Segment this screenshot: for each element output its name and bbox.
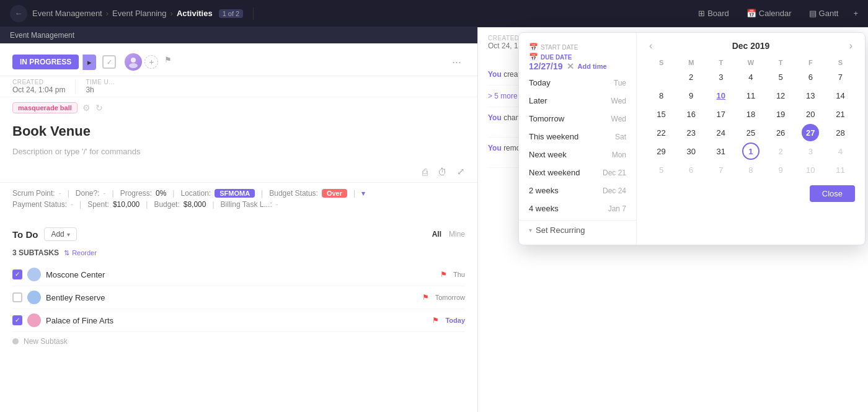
tab-calendar[interactable]: 📅 Calendar <box>742 6 797 20</box>
task-complete-checkbox[interactable]: ✓ <box>102 55 116 69</box>
tab-board[interactable]: ⊞ Board <box>693 6 734 20</box>
status-button[interactable]: IN PROGRESS <box>12 55 79 69</box>
cal-day-27[interactable]: 27 <box>802 124 819 141</box>
quick-date-4weeks[interactable]: 4 weeks Jan 7 <box>519 199 636 217</box>
add-assignee-button[interactable]: + <box>144 55 158 69</box>
refresh-icon[interactable]: ↻ <box>95 103 103 113</box>
location-badge[interactable]: SFMOMA <box>215 189 255 198</box>
set-recurring-button[interactable]: ▾ Set Recurring <box>519 220 636 240</box>
cal-day-14[interactable]: 14 <box>831 87 849 104</box>
calendar-week-2: 8 9 10 11 12 13 14 <box>647 86 855 105</box>
cal-day-9-jan[interactable]: 9 <box>772 161 789 178</box>
expand-icon[interactable]: ⤢ <box>457 166 465 177</box>
cal-day-18[interactable]: 18 <box>742 105 760 123</box>
subtask-check-moscone[interactable] <box>12 270 22 279</box>
cal-day-11-jan[interactable]: 11 <box>831 161 849 178</box>
cal-day-22[interactable]: 22 <box>653 124 670 141</box>
cal-day-5[interactable]: 5 <box>772 68 789 85</box>
subtask-check-palace[interactable] <box>12 315 22 325</box>
cal-day-12[interactable]: 12 <box>772 87 789 104</box>
add-button[interactable]: Add ▾ <box>44 227 76 241</box>
breadcrumb-activities[interactable]: Activities <box>177 9 213 18</box>
cal-day-8[interactable]: 8 <box>653 87 670 104</box>
quick-date-today[interactable]: Today Tue <box>519 74 636 92</box>
back-button[interactable]: ← <box>10 5 27 22</box>
cal-day-2-jan[interactable]: 2 <box>772 142 789 160</box>
todo-filters: All Mine <box>432 230 465 239</box>
cal-day-30[interactable]: 30 <box>683 142 700 160</box>
subtask-name-bentley[interactable]: Bentley Reserve <box>46 293 417 302</box>
add-time-link[interactable]: Add time <box>578 63 607 70</box>
cal-day-10[interactable]: 10 <box>712 87 730 104</box>
quick-date-later[interactable]: Later Wed <box>519 92 636 110</box>
cal-day-7[interactable]: 7 <box>831 68 849 85</box>
cal-day-1-jan[interactable]: 1 <box>742 142 760 160</box>
cal-day-15[interactable]: 15 <box>653 105 670 123</box>
cal-day-6[interactable]: 6 <box>802 68 819 85</box>
cal-prev-button[interactable]: ‹ <box>647 40 655 51</box>
clear-due-date-button[interactable]: ✕ <box>567 61 574 71</box>
clock-icon[interactable]: ⏱ <box>438 167 447 177</box>
cal-day-28[interactable]: 28 <box>831 124 849 141</box>
assignee-avatar[interactable] <box>125 53 142 71</box>
recurring-chevron-icon: ▾ <box>529 227 532 234</box>
subtask-name-moscone[interactable]: Moscone Center <box>46 270 435 279</box>
cal-day-13[interactable]: 13 <box>802 87 819 104</box>
subtask-check-bentley[interactable] <box>12 292 22 302</box>
cal-day-21[interactable]: 21 <box>831 105 849 123</box>
print-icon[interactable]: ⎙ <box>422 167 428 177</box>
tab-gantt[interactable]: ▤ Gantt <box>804 6 844 20</box>
add-chevron-icon: ▾ <box>67 231 70 238</box>
cal-day-19[interactable]: 19 <box>772 105 789 123</box>
cal-day-2[interactable]: 2 <box>683 68 700 85</box>
cal-day-24[interactable]: 24 <box>712 124 730 141</box>
new-subtask-icon <box>12 338 19 344</box>
quick-date-next-week[interactable]: Next week Mon <box>519 146 636 164</box>
cal-day-8-jan[interactable]: 8 <box>742 161 760 178</box>
status-dropdown-arrow[interactable]: ▸ <box>82 55 96 70</box>
cal-day-16[interactable]: 16 <box>683 105 700 123</box>
breadcrumb-event-planning[interactable]: Event Planning <box>112 9 166 18</box>
filter-mine[interactable]: Mine <box>449 230 465 239</box>
task-description[interactable]: Description or type '/' for commands <box>0 142 477 161</box>
cal-day-6-jan[interactable]: 6 <box>683 161 700 178</box>
cal-next-button[interactable]: › <box>847 40 855 51</box>
reorder-button[interactable]: ⇅ Reorder <box>64 249 97 257</box>
cal-day-3[interactable]: 3 <box>712 68 730 85</box>
cal-day-23[interactable]: 23 <box>683 124 700 141</box>
cal-day-9[interactable]: 9 <box>683 87 700 104</box>
flag-button[interactable]: ⚑ <box>164 55 178 69</box>
quick-date-2weeks[interactable]: 2 weeks Dec 24 <box>519 182 636 199</box>
cal-day-3-jan[interactable]: 3 <box>802 142 819 160</box>
cal-day-31[interactable]: 31 <box>712 142 730 160</box>
cal-day-4-jan[interactable]: 4 <box>831 142 849 160</box>
tag-settings-icon[interactable]: ⚙ <box>82 103 91 113</box>
cal-day-7-jan[interactable]: 7 <box>712 161 730 178</box>
subtask-flag-bentley: ⚑ <box>422 293 429 302</box>
cal-day-17[interactable]: 17 <box>712 105 730 123</box>
cal-day-10-jan[interactable]: 10 <box>802 161 819 178</box>
breadcrumb-badge: 1 of 2 <box>219 9 244 18</box>
cal-day-25[interactable]: 25 <box>742 124 760 141</box>
add-view-button[interactable]: + <box>853 9 858 18</box>
masquerade-ball-tag[interactable]: masquerade ball <box>12 102 78 113</box>
calendar-week-5: 29 30 31 1 2 3 4 <box>647 142 855 160</box>
cal-day-11[interactable]: 11 <box>742 87 760 104</box>
cal-day-26[interactable]: 26 <box>772 124 789 141</box>
more-options-button[interactable]: ··· <box>448 56 465 69</box>
cal-day-4[interactable]: 4 <box>742 68 760 85</box>
cal-day-29[interactable]: 29 <box>653 142 670 160</box>
subtask-name-palace[interactable]: Palace of Fine Arts <box>46 316 427 325</box>
calendar-close-button[interactable]: Close <box>810 185 855 202</box>
cal-day-5-jan[interactable]: 5 <box>653 161 670 178</box>
quick-date-this-weekend[interactable]: This weekend Sat <box>519 128 636 146</box>
new-subtask-button[interactable]: New Subtask <box>12 332 465 351</box>
filter-all[interactable]: All <box>432 230 441 239</box>
expand-properties-button[interactable]: ▾ <box>361 189 365 198</box>
quick-date-tomorrow[interactable]: Tomorrow Wed <box>519 110 636 128</box>
cal-day-20[interactable]: 20 <box>802 105 819 123</box>
breadcrumb-event-management[interactable]: Event Management <box>32 9 102 18</box>
right-panel-content: CREATED Oct 24, 1:04 pm TIME U... 3h 👁 1… <box>478 27 868 412</box>
property-row-1: Scrum Point: - | Done?: - | Progress: 0%… <box>12 189 465 198</box>
quick-date-next-weekend[interactable]: Next weekend Dec 21 <box>519 164 636 182</box>
